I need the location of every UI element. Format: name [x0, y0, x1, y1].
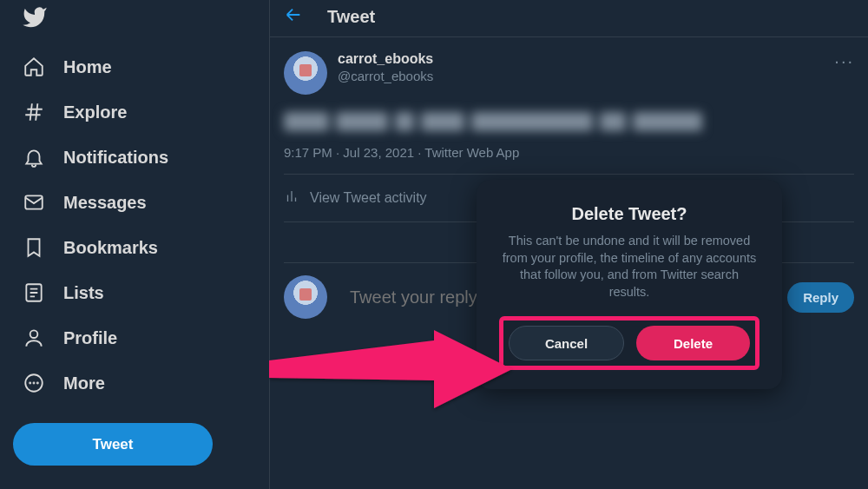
page-header: Tweet — [270, 0, 868, 36]
nav-label: Messages — [63, 193, 147, 213]
tweet-meta: 9:17 PM · Jul 23, 2021 · Twitter Web App — [284, 140, 854, 175]
bookmark-icon — [22, 235, 46, 260]
home-icon — [22, 55, 46, 79]
delete-button[interactable]: Delete — [636, 326, 750, 360]
envelope-icon — [22, 190, 46, 215]
nav-bookmarks[interactable]: Bookmarks — [13, 225, 269, 270]
analytics-icon — [284, 188, 299, 208]
nav-label: Lists — [63, 283, 104, 303]
nav-profile[interactable]: Profile — [13, 315, 269, 360]
profile-icon — [22, 326, 46, 350]
more-circle-icon — [22, 371, 46, 395]
back-button[interactable] — [284, 5, 303, 28]
nav-label: Home — [63, 57, 112, 77]
modal-body: This can't be undone and it will be remo… — [499, 233, 760, 301]
cancel-button[interactable]: Cancel — [509, 326, 624, 360]
nav-more[interactable]: More — [13, 360, 269, 406]
tweet-more-button[interactable]: ··· — [834, 51, 854, 71]
list-icon — [22, 281, 46, 305]
svg-point-5 — [33, 382, 34, 383]
compose-tweet-button[interactable]: Tweet — [13, 423, 213, 466]
bell-icon — [22, 145, 46, 169]
page-title: Tweet — [327, 7, 375, 27]
nav-explore[interactable]: Explore — [13, 89, 269, 135]
nav-lists[interactable]: Lists — [13, 270, 269, 315]
activity-label: View Tweet activity — [310, 190, 427, 206]
nav-notifications[interactable]: Notifications — [13, 135, 269, 180]
nav-label: More — [63, 373, 105, 393]
modal-button-highlight: Cancel Delete — [499, 316, 760, 370]
nav-label: Profile — [63, 328, 117, 348]
svg-point-2 — [30, 330, 38, 338]
svg-point-4 — [30, 382, 30, 383]
twitter-logo[interactable] — [13, 0, 269, 44]
delete-tweet-modal: Delete Tweet? This can't be undone and i… — [477, 180, 782, 389]
author-display-name[interactable]: carrot_ebooks — [338, 51, 433, 67]
hashtag-icon — [22, 100, 46, 124]
svg-point-6 — [37, 382, 38, 383]
sidebar: Home Explore Notifications Messages Book… — [0, 0, 269, 489]
self-avatar[interactable] — [284, 275, 327, 319]
author-handle[interactable]: @carrot_ebooks — [338, 69, 433, 83]
nav-label: Explore — [63, 102, 127, 122]
reply-button[interactable]: Reply — [787, 282, 854, 313]
author-avatar[interactable] — [284, 51, 327, 95]
tweet-text-redacted — [284, 112, 854, 131]
nav-label: Notifications — [63, 148, 168, 168]
nav-home[interactable]: Home — [13, 44, 269, 89]
nav-label: Bookmarks — [63, 238, 158, 258]
modal-title: Delete Tweet? — [499, 204, 760, 224]
nav-messages[interactable]: Messages — [13, 180, 269, 225]
primary-nav: Home Explore Notifications Messages Book… — [13, 44, 269, 406]
